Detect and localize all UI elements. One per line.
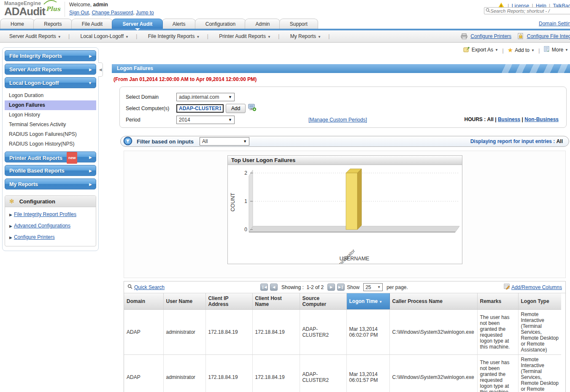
prev-page-button[interactable]: ◀ bbox=[270, 284, 278, 291]
sidebar-item-terminal-services-activity[interactable]: Terminal Services Activity bbox=[5, 120, 96, 130]
export-icon bbox=[463, 46, 470, 54]
add-computer-icon[interactable] bbox=[248, 104, 257, 113]
configure-printers-link[interactable]: Configure Printers bbox=[470, 33, 511, 39]
config-link-configure-printers[interactable]: ▶Configure Printers bbox=[9, 234, 92, 240]
column-header-user-name[interactable]: User Name bbox=[163, 293, 205, 310]
tab-server-audit[interactable]: Server Audit bbox=[112, 19, 163, 29]
subnav-server-audit-reports[interactable]: Server Audit Reports▼ bbox=[0, 30, 67, 43]
main-content: Export As▼ | ★ Add to▼ | More▼ Logon Fai… bbox=[112, 42, 570, 392]
column-header-client-host[interactable]: Client Host Name bbox=[252, 293, 300, 310]
bullet-arrow-icon: ▶ bbox=[9, 224, 12, 228]
add-remove-columns[interactable]: Add/Remove Columns bbox=[504, 284, 562, 291]
add-to-menu[interactable]: ★ Add to▼ bbox=[508, 46, 535, 54]
chevron-right-icon: ▶ bbox=[89, 64, 92, 75]
tab-alerts[interactable]: Alerts bbox=[162, 19, 196, 29]
sidebar-item-radius-logon-history[interactable]: RADIUS Logon History(NPS) bbox=[5, 139, 96, 149]
column-header-logon-type[interactable]: Logon Type bbox=[518, 293, 561, 310]
subnav-printer-audit-reports[interactable]: Printer Audit Reports▼ bbox=[210, 30, 277, 43]
cell-user-name: administrator bbox=[163, 310, 205, 355]
subnav-file-integrity-reports[interactable]: File Integrity Reports▼ bbox=[139, 30, 206, 43]
chevron-right-icon: ▶ bbox=[89, 165, 92, 176]
select-domain-label: Select Domain bbox=[126, 94, 176, 100]
jump-to-link[interactable]: Jump to bbox=[136, 10, 154, 16]
product-name: ADAudit bbox=[4, 6, 45, 16]
period-select[interactable]: 2014▼ bbox=[176, 116, 235, 124]
domain-select[interactable]: adap.internal.com▼ bbox=[176, 93, 235, 101]
ytick-0: 0 bbox=[244, 227, 247, 232]
search-input[interactable] bbox=[490, 8, 570, 14]
sidebar-collapse-handle[interactable]: ◀ bbox=[98, 62, 103, 77]
sort-desc-icon: ▼ bbox=[379, 300, 382, 304]
export-as-menu[interactable]: Export As▼ bbox=[463, 46, 498, 54]
sidebar-section-my-reports[interactable]: My Reports▶ bbox=[5, 178, 96, 189]
filter-bar: Filter based on inputs All▼ Displaying r… bbox=[120, 136, 569, 147]
column-header-remarks[interactable]: Remarks bbox=[477, 293, 518, 310]
chevron-down-icon: ▼ bbox=[243, 139, 247, 143]
configuration-header: ✻Configuration bbox=[5, 196, 96, 207]
subnav-my-reports[interactable]: My Reports▼ bbox=[281, 30, 327, 43]
filter-select[interactable]: All▼ bbox=[200, 137, 249, 146]
showing-label: Showing : bbox=[281, 284, 304, 290]
welcome-label: Welcome, bbox=[69, 2, 92, 8]
hours-non-business-link[interactable]: Non-Business bbox=[524, 116, 559, 122]
top-header: ManageEngine ADAudit Plus Welcome, admin… bbox=[0, 0, 570, 19]
sidebar-item-logon-duration[interactable]: Logon Duration bbox=[5, 91, 96, 100]
cell-caller-process: C:\Windows\System32\winlogon.exe bbox=[389, 355, 477, 392]
showing-range: 1-2 of 2 bbox=[306, 284, 324, 290]
quick-search[interactable]: Quick Search bbox=[127, 284, 165, 290]
chevron-down-icon: ▼ bbox=[318, 35, 321, 39]
report-actions: Export As▼ | ★ Add to▼ | More▼ bbox=[112, 46, 570, 57]
sign-out-link[interactable]: Sign Out bbox=[69, 10, 89, 16]
manage-custom-periods-link[interactable]: [Manage Custom Periods] bbox=[308, 117, 367, 123]
gear-icon: ✻ bbox=[9, 198, 14, 205]
sidebar-section-file-integrity-reports[interactable]: File Integrity Reports▶ bbox=[5, 50, 96, 61]
tab-support[interactable]: Support bbox=[279, 19, 318, 29]
last-page-button[interactable]: ▶❙ bbox=[337, 284, 345, 291]
cell-domain: ADAP bbox=[124, 355, 163, 392]
chart-region: Top User Logon Failures bbox=[124, 151, 566, 278]
change-password-link[interactable]: Change Password bbox=[92, 10, 133, 16]
configure-file-integrity-link[interactable]: Configure File Integrity bbox=[527, 33, 570, 39]
table-row: ADAP administrator 172.18.84.19 172.18.8… bbox=[124, 310, 561, 355]
add-computer-button[interactable]: Add bbox=[226, 104, 246, 113]
filter-label: Filter based on inputs bbox=[137, 138, 194, 145]
tab-admin[interactable]: Admin bbox=[245, 19, 280, 29]
column-header-domain[interactable]: Domain bbox=[124, 293, 163, 310]
global-search[interactable] bbox=[484, 7, 570, 14]
page-size-select[interactable]: 25▼ bbox=[363, 283, 383, 291]
sidebar-section-profile-based-reports[interactable]: Profile Based Reports▶ bbox=[5, 165, 96, 176]
config-link-advanced-configurations[interactable]: ▶Advanced Configurations bbox=[9, 223, 92, 229]
hours-business-link[interactable]: Business bbox=[498, 116, 520, 122]
configuration-box: ✻Configuration ▶File Integrity Report Pr… bbox=[5, 195, 96, 246]
tab-reports[interactable]: Reports bbox=[33, 19, 72, 29]
subnav-local-logon-logoff[interactable]: Local Logon-Logoff▼ bbox=[71, 30, 134, 43]
tab-home[interactable]: Home bbox=[0, 19, 35, 29]
config-link-file-integrity-report-profiles[interactable]: ▶File Integrity Report Profiles bbox=[9, 211, 92, 217]
cell-caller-process: C:\Windows\System32\winlogon.exe bbox=[389, 310, 477, 355]
logon-failures-table: Domain User Name Client IP Address Clien… bbox=[124, 293, 561, 392]
column-header-client-ip[interactable]: Client IP Address bbox=[205, 293, 252, 310]
ytick-1: 1 bbox=[244, 198, 247, 204]
chevron-down-icon: ▼ bbox=[531, 49, 535, 52]
sidebar-section-server-audit-reports[interactable]: Server Audit Reports▶ bbox=[5, 64, 96, 75]
column-header-source-computer[interactable]: Source Computer bbox=[300, 293, 346, 310]
sidebar-item-logon-failures[interactable]: Logon Failures bbox=[5, 100, 96, 110]
computers-input[interactable] bbox=[176, 104, 224, 113]
tab-file-audit[interactable]: File Audit bbox=[71, 19, 113, 29]
cell-user-name: administrator bbox=[163, 355, 205, 392]
ytick-2: 2 bbox=[244, 170, 247, 176]
more-menu[interactable]: More▼ bbox=[544, 46, 568, 54]
sidebar-section-local-logon-logoff[interactable]: Local Logon-Logoff▼ bbox=[5, 77, 96, 88]
search-icon bbox=[127, 284, 132, 290]
tab-configuration[interactable]: Configuration bbox=[195, 19, 246, 29]
sidebar-section-printer-audit-reports[interactable]: Printer Audit Reportsnew ▶ bbox=[5, 151, 96, 162]
next-page-button[interactable]: ▶ bbox=[327, 284, 335, 291]
hours-all[interactable]: All bbox=[487, 116, 494, 122]
column-header-logon-time[interactable]: Logon Time▼ bbox=[346, 293, 389, 310]
domain-settings-link[interactable]: Domain Settings bbox=[539, 21, 570, 27]
search-icon bbox=[486, 8, 490, 14]
column-header-caller-process[interactable]: Caller Process Name bbox=[389, 293, 477, 310]
sidebar-item-logon-history[interactable]: Logon History bbox=[5, 110, 96, 120]
first-page-button[interactable]: ❙◀ bbox=[260, 284, 268, 291]
sidebar-item-radius-logon-failures[interactable]: RADIUS Logon Failures(NPS) bbox=[5, 130, 96, 139]
